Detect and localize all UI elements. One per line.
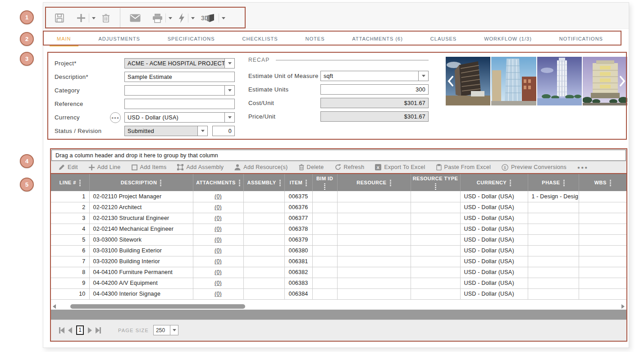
delete-line-button[interactable]: Delete (294, 161, 329, 173)
project-dropdown-button[interactable] (224, 58, 235, 69)
carousel-next-button[interactable] (617, 57, 628, 105)
more-actions-button[interactable]: ●●● (572, 161, 593, 173)
column-menu-icon[interactable] (279, 179, 281, 186)
tab-main[interactable]: MAIN (56, 33, 72, 44)
table-row[interactable]: 904-04200 A/V Equipment(0)006383USD - Do… (51, 278, 626, 288)
add-resources-button[interactable]: Add Resource(s) (229, 161, 292, 173)
column-menu-icon[interactable] (610, 179, 611, 186)
description-input[interactable] (124, 72, 235, 82)
attachments-link[interactable]: (0) (215, 258, 222, 265)
attachments-link[interactable]: (0) (215, 204, 222, 210)
add-line-button[interactable]: Add Line (84, 161, 126, 173)
scrollbar-thumb[interactable] (70, 304, 245, 309)
status-dropdown-button[interactable] (197, 126, 208, 136)
column-header-assembly[interactable]: ASSEMBLY (243, 174, 284, 191)
column-menu-icon[interactable] (390, 179, 391, 186)
current-page-input[interactable]: 1 (76, 325, 84, 335)
table-row[interactable]: 202-02120 Architect(0)006376USD - Dollar… (51, 202, 626, 213)
column-header-currency[interactable]: CURRENCY (460, 174, 528, 191)
table-row[interactable]: 804-04100 Furniture Permanent(0)006382US… (51, 267, 626, 278)
attachments-link[interactable]: (0) (215, 269, 222, 275)
add-assembly-button[interactable]: Add Assembly (172, 161, 228, 173)
scroll-right-arrow[interactable] (621, 304, 625, 309)
column-header-line[interactable]: LINE # (51, 174, 89, 191)
preview-conversions-button[interactable]: $ Preview Conversions (497, 161, 571, 173)
carousel-prev-button[interactable] (445, 57, 457, 105)
table-row[interactable]: 703-03200 Building Interior(0)006381USD … (51, 256, 626, 267)
column-menu-icon[interactable] (160, 179, 161, 186)
attachments-link[interactable]: (0) (215, 226, 222, 232)
column-header-bim_id[interactable]: BIM ID (312, 174, 337, 191)
uom-select[interactable]: sqft (320, 71, 429, 81)
status-select[interactable]: Submitted (124, 126, 208, 136)
column-menu-icon[interactable] (435, 183, 436, 190)
add-dropdown-button[interactable] (89, 14, 96, 23)
3d-dropdown-button[interactable] (219, 14, 225, 23)
tab-notes[interactable]: NOTES (305, 33, 326, 44)
cell-currency: USD - Dollar (USA) (460, 202, 528, 213)
scrollbar-track[interactable] (59, 304, 619, 309)
column-menu-icon[interactable] (510, 179, 511, 186)
attachments-link[interactable]: (0) (215, 280, 222, 286)
column-header-resource[interactable]: RESOURCE (337, 174, 411, 191)
column-menu-icon[interactable] (306, 179, 307, 186)
save-button[interactable] (49, 9, 70, 27)
attachments-link[interactable]: (0) (215, 237, 222, 243)
table-row[interactable]: 503-03000 Sitework(0)006379USD - Dollar … (51, 234, 626, 245)
group-by-bar[interactable]: Drag a column header and drop it here to… (51, 150, 626, 161)
reference-input[interactable] (124, 99, 235, 109)
next-page-button[interactable] (86, 325, 94, 335)
print-dropdown-button[interactable] (165, 14, 172, 23)
page-size-dropdown-button[interactable] (170, 325, 178, 335)
attachments-link[interactable]: (0) (215, 291, 222, 297)
category-select[interactable] (124, 85, 235, 96)
refresh-button[interactable]: Refresh (330, 161, 370, 173)
table-row[interactable]: 102-02110 Project Manager(0)006375USD - … (51, 191, 626, 202)
last-page-button[interactable] (94, 325, 103, 335)
currency-select[interactable]: USD - Dollar (USA) (124, 112, 235, 123)
column-menu-icon[interactable] (563, 179, 565, 186)
tab-attachments[interactable]: ATTACHMENTS (6) (351, 33, 403, 44)
tab-specifications[interactable]: SPECIFICATIONS (167, 33, 216, 44)
page-size-select[interactable]: 250 (153, 325, 178, 335)
table-row[interactable]: 302-02130 Structural Engineer(0)006377US… (51, 213, 626, 224)
column-header-item[interactable]: ITEM (284, 174, 312, 191)
delete-button[interactable] (96, 9, 116, 27)
tab-checklists[interactable]: CHECKLISTS (242, 33, 279, 44)
column-header-resource_type[interactable]: RESOURCE TYPE (411, 174, 460, 191)
first-page-button[interactable] (57, 325, 66, 335)
estimate-units-input[interactable] (320, 84, 429, 95)
attachments-link[interactable]: (0) (215, 247, 222, 254)
project-select[interactable]: ACME - ACME HOSPITAL PROJECT (124, 58, 235, 69)
column-menu-icon[interactable] (324, 183, 325, 190)
paste-from-excel-button[interactable]: Paste From Excel (431, 161, 496, 173)
currency-dropdown-button[interactable] (224, 112, 235, 123)
column-header-phase[interactable]: PHASE (528, 174, 579, 191)
currency-options-button[interactable]: ●●● (110, 112, 121, 123)
uom-dropdown-button[interactable] (418, 71, 429, 81)
add-items-button[interactable]: Add Items (127, 161, 172, 173)
category-dropdown-button[interactable] (224, 85, 235, 96)
attachments-link[interactable]: (0) (215, 215, 222, 221)
column-menu-icon[interactable] (79, 179, 81, 186)
column-header-attachments[interactable]: ATTACHMENTS (193, 174, 243, 191)
column-header-wbs[interactable]: WBS (579, 174, 626, 191)
actions-dropdown-button[interactable] (188, 14, 195, 23)
tab-notifications[interactable]: NOTIFICATIONS (558, 33, 604, 44)
table-row[interactable]: 603-03100 Building Exterior(0)006380USD … (51, 245, 626, 256)
export-to-excel-button[interactable]: X Export To Excel (370, 161, 430, 173)
column-header-description[interactable]: DESCRIPTION (89, 174, 193, 191)
tab-workflow[interactable]: WORKFLOW (1/3) (483, 33, 533, 44)
email-button[interactable] (124, 9, 146, 27)
tab-clauses[interactable]: CLAUSES (429, 33, 457, 44)
table-row[interactable]: 1004-04300 Interior Signage(0)006384USD … (51, 288, 626, 299)
edit-button[interactable]: Edit (54, 161, 83, 173)
3d-view-button[interactable]: 3D (195, 9, 222, 27)
table-row[interactable]: 402-02140 Mechanical Engineer(0)006378US… (51, 224, 626, 234)
prev-page-button[interactable] (66, 325, 74, 335)
scroll-left-arrow[interactable] (53, 304, 56, 309)
tab-adjustments[interactable]: ADJUSTMENTS (97, 33, 141, 44)
column-menu-icon[interactable] (239, 179, 240, 186)
revision-input[interactable] (212, 126, 235, 136)
attachments-link[interactable]: (0) (215, 193, 222, 200)
